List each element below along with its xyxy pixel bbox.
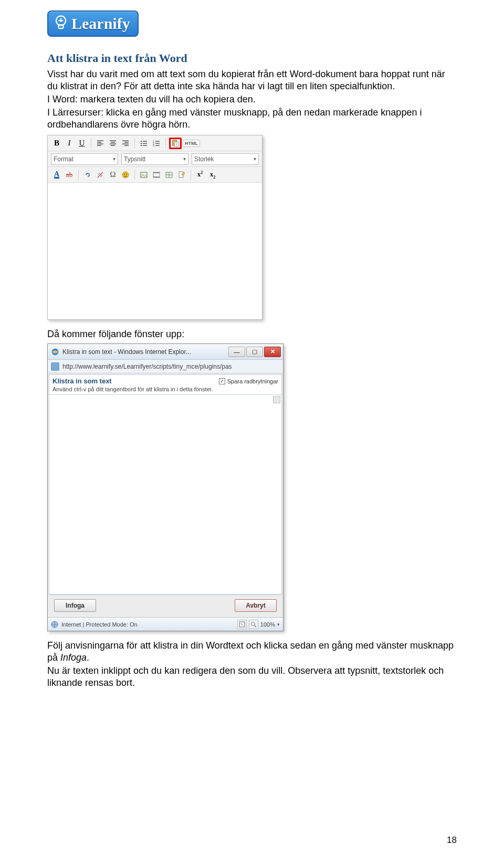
window-buttons: — ▢ ✕ xyxy=(228,347,281,357)
insert-link-button[interactable] xyxy=(82,169,93,181)
toolbar-row-2: Format▾ Typsnitt▾ Storlek▾ xyxy=(48,151,262,167)
magnifier-icon[interactable] xyxy=(249,620,258,629)
format-dropdown[interactable]: Format▾ xyxy=(51,153,118,165)
url-text: http://www.learnify.se/Learnifyer/script… xyxy=(62,363,280,370)
special-char-button[interactable]: Ω xyxy=(107,169,119,181)
logo-text: Learnify xyxy=(71,15,130,33)
chevron-down-icon: ▾ xyxy=(183,156,186,162)
page-number: 18 xyxy=(447,835,457,846)
chevron-down-icon[interactable]: ▾ xyxy=(277,622,280,627)
strikethrough-button[interactable]: ab xyxy=(64,169,75,181)
window-title: Klistra in som text - Windows Internet E… xyxy=(62,348,225,356)
checkbox-icon: ✓ xyxy=(219,378,225,384)
close-button[interactable]: ✕ xyxy=(264,347,281,357)
toolbar-separator xyxy=(78,170,79,180)
font-dropdown-label: Typsnitt xyxy=(124,155,145,163)
svg-text:3: 3 xyxy=(153,144,154,147)
checkbox-label: Spara radbrytningar xyxy=(227,378,278,384)
subscript-button[interactable]: x2 xyxy=(207,169,218,181)
chevron-down-icon: ▾ xyxy=(113,156,116,162)
minimize-button[interactable]: — xyxy=(228,347,245,357)
zoom-level: 100% xyxy=(260,621,275,628)
svg-point-15 xyxy=(126,173,127,174)
learnify-logo: Learnify xyxy=(47,11,139,37)
toolbar-separator xyxy=(134,170,135,180)
size-dropdown-label: Storlek xyxy=(194,155,214,163)
scrollbar-up-button[interactable] xyxy=(273,396,280,403)
edit-document-button[interactable] xyxy=(176,169,187,181)
svg-point-14 xyxy=(124,173,125,174)
paste-textarea[interactable] xyxy=(49,395,282,595)
intro-paragraph-1: Visst har du varit med om att text som d… xyxy=(47,68,457,92)
status-text: Internet | Protected Mode: On xyxy=(61,621,138,628)
insert-button[interactable]: Infoga xyxy=(54,599,96,612)
toolbar-separator xyxy=(191,170,191,180)
insert-table-button[interactable] xyxy=(163,169,175,181)
toolbar-row-1: B I U 123 T HTML xyxy=(48,135,262,151)
align-center-button[interactable] xyxy=(107,138,119,149)
zoom-mode-button[interactable] xyxy=(237,620,247,629)
dialog-header: Klistra in som text ✓ Spara radbrytninga… xyxy=(49,374,282,395)
align-right-button[interactable] xyxy=(120,138,131,149)
html-source-button[interactable]: HTML xyxy=(183,140,200,147)
svg-line-30 xyxy=(255,625,256,627)
dialog-instruction: Använd ctrl-v på ditt tangentbord för at… xyxy=(52,386,278,392)
lightbulb-icon xyxy=(54,15,68,33)
zoom-control: 100% ▾ xyxy=(237,620,280,629)
svg-text:T: T xyxy=(175,142,177,146)
closing-paragraph-1: Följ anvisningarna för att klistra in di… xyxy=(47,640,457,664)
status-bar: Internet | Protected Mode: On 100% ▾ xyxy=(48,617,283,631)
font-dropdown[interactable]: Typsnitt▾ xyxy=(121,153,188,165)
toolbar-row-3: A ab Ω x2 x2 xyxy=(48,167,262,183)
svg-rect-19 xyxy=(153,172,160,173)
remove-link-button[interactable] xyxy=(94,169,106,181)
svg-point-4 xyxy=(141,142,142,144)
toolbar-separator xyxy=(91,138,91,149)
insert-image-button[interactable] xyxy=(138,169,150,181)
dialog-button-row: Infoga Avbryt xyxy=(49,595,282,616)
editor-toolbar-screenshot: B I U 123 T HTML Format▾ Typsnitt▾ Storl… xyxy=(47,135,262,320)
intro-paragraph-3: I Lärresurser: klicka en gång med vänste… xyxy=(47,107,457,131)
size-dropdown[interactable]: Storlek▾ xyxy=(192,153,259,165)
internet-explorer-icon xyxy=(51,348,59,356)
globe-icon xyxy=(51,621,58,628)
italic-button[interactable]: I xyxy=(64,138,75,149)
svg-rect-16 xyxy=(141,172,147,178)
insert-media-button[interactable] xyxy=(151,169,162,181)
section-heading: Att klistra in text från Word xyxy=(47,51,457,65)
text-color-button[interactable]: A xyxy=(51,169,62,181)
intro-paragraph-2: I Word: markera texten du vill ha och ko… xyxy=(47,93,457,106)
cancel-button[interactable]: Avbryt xyxy=(235,599,277,612)
bold-button[interactable]: B xyxy=(51,138,62,149)
svg-point-29 xyxy=(251,622,255,625)
svg-line-28 xyxy=(241,623,243,625)
format-dropdown-label: Format xyxy=(54,155,74,163)
closing-paragraph-2: Nu är texten inklippt och du kan rediger… xyxy=(47,665,457,689)
window-titlebar: Klistra in som text - Windows Internet E… xyxy=(48,344,283,360)
svg-point-5 xyxy=(141,144,142,146)
svg-rect-20 xyxy=(153,176,160,178)
keep-linebreaks-checkbox[interactable]: ✓ Spara radbrytningar xyxy=(219,378,278,384)
svg-point-13 xyxy=(122,172,129,178)
emoticon-button[interactable] xyxy=(120,169,131,181)
svg-point-3 xyxy=(141,140,142,142)
site-icon xyxy=(51,362,59,371)
toolbar-separator xyxy=(134,138,135,149)
address-bar: http://www.learnify.se/Learnifyer/script… xyxy=(48,360,283,373)
editor-content-area[interactable] xyxy=(48,183,262,319)
numbered-list-button[interactable]: 123 xyxy=(151,138,162,149)
dialog-title: Klistra in som text xyxy=(52,377,112,385)
superscript-button[interactable]: x2 xyxy=(194,169,206,181)
toolbar-separator xyxy=(165,138,166,149)
mid-paragraph: Då kommer följande fönster upp: xyxy=(47,328,457,340)
chevron-down-icon: ▾ xyxy=(254,156,256,162)
paste-dialog-screenshot: Klistra in som text - Windows Internet E… xyxy=(47,343,284,631)
underline-button[interactable]: U xyxy=(76,138,88,149)
bullet-list-button[interactable] xyxy=(138,138,150,149)
align-left-button[interactable] xyxy=(94,138,106,149)
paste-as-text-button[interactable]: T xyxy=(169,138,182,149)
maximize-button[interactable]: ▢ xyxy=(246,347,263,357)
